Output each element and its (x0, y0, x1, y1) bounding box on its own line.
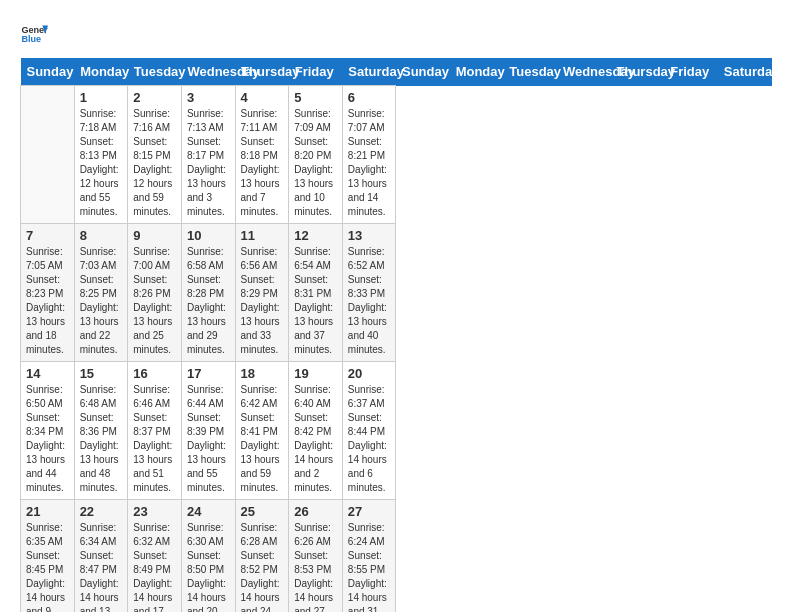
day-number: 16 (133, 366, 176, 381)
calendar-cell: 9Sunrise: 7:00 AM Sunset: 8:26 PM Daylig… (128, 224, 182, 362)
calendar-cell: 1Sunrise: 7:18 AM Sunset: 8:13 PM Daylig… (74, 86, 128, 224)
day-info: Sunrise: 7:18 AM Sunset: 8:13 PM Dayligh… (80, 107, 123, 219)
calendar-cell: 10Sunrise: 6:58 AM Sunset: 8:28 PM Dayli… (181, 224, 235, 362)
day-number: 23 (133, 504, 176, 519)
logo-icon: General Blue (20, 20, 48, 48)
day-info: Sunrise: 7:09 AM Sunset: 8:20 PM Dayligh… (294, 107, 337, 219)
day-info: Sunrise: 7:07 AM Sunset: 8:21 PM Dayligh… (348, 107, 391, 219)
week-row-2: 7Sunrise: 7:05 AM Sunset: 8:23 PM Daylig… (21, 224, 772, 362)
day-number: 19 (294, 366, 337, 381)
calendar-cell: 26Sunrise: 6:26 AM Sunset: 8:53 PM Dayli… (289, 500, 343, 613)
calendar-cell: 14Sunrise: 6:50 AM Sunset: 8:34 PM Dayli… (21, 362, 75, 500)
day-info: Sunrise: 6:42 AM Sunset: 8:41 PM Dayligh… (241, 383, 284, 495)
day-number: 26 (294, 504, 337, 519)
day-number: 27 (348, 504, 391, 519)
day-number: 7 (26, 228, 69, 243)
page-header: General Blue (20, 20, 772, 48)
calendar-cell: 16Sunrise: 6:46 AM Sunset: 8:37 PM Dayli… (128, 362, 182, 500)
svg-text:Blue: Blue (21, 34, 41, 44)
calendar-cell (21, 86, 75, 224)
calendar-cell: 21Sunrise: 6:35 AM Sunset: 8:45 PM Dayli… (21, 500, 75, 613)
calendar-cell: 2Sunrise: 7:16 AM Sunset: 8:15 PM Daylig… (128, 86, 182, 224)
day-number: 10 (187, 228, 230, 243)
week-row-3: 14Sunrise: 6:50 AM Sunset: 8:34 PM Dayli… (21, 362, 772, 500)
col-header-wednesday: Wednesday (557, 58, 611, 86)
col-header-saturday: Saturday (718, 58, 772, 86)
day-info: Sunrise: 6:34 AM Sunset: 8:47 PM Dayligh… (80, 521, 123, 612)
day-number: 17 (187, 366, 230, 381)
col-header-tuesday: Tuesday (503, 58, 557, 86)
calendar-cell: 19Sunrise: 6:40 AM Sunset: 8:42 PM Dayli… (289, 362, 343, 500)
calendar-cell: 15Sunrise: 6:48 AM Sunset: 8:36 PM Dayli… (74, 362, 128, 500)
calendar-cell: 23Sunrise: 6:32 AM Sunset: 8:49 PM Dayli… (128, 500, 182, 613)
day-number: 20 (348, 366, 391, 381)
calendar-cell: 27Sunrise: 6:24 AM Sunset: 8:55 PM Dayli… (342, 500, 396, 613)
calendar-cell: 4Sunrise: 7:11 AM Sunset: 8:18 PM Daylig… (235, 86, 289, 224)
day-number: 21 (26, 504, 69, 519)
day-info: Sunrise: 7:11 AM Sunset: 8:18 PM Dayligh… (241, 107, 284, 219)
logo: General Blue (20, 20, 52, 48)
day-number: 12 (294, 228, 337, 243)
header-monday: Monday (74, 58, 128, 86)
day-number: 6 (348, 90, 391, 105)
day-info: Sunrise: 6:32 AM Sunset: 8:49 PM Dayligh… (133, 521, 176, 612)
calendar-table: SundayMondayTuesdayWednesdayThursdayFrid… (20, 58, 772, 612)
day-info: Sunrise: 6:56 AM Sunset: 8:29 PM Dayligh… (241, 245, 284, 357)
header-wednesday: Wednesday (181, 58, 235, 86)
header-tuesday: Tuesday (128, 58, 182, 86)
day-number: 13 (348, 228, 391, 243)
day-number: 5 (294, 90, 337, 105)
day-info: Sunrise: 6:26 AM Sunset: 8:53 PM Dayligh… (294, 521, 337, 612)
day-number: 4 (241, 90, 284, 105)
day-info: Sunrise: 6:50 AM Sunset: 8:34 PM Dayligh… (26, 383, 69, 495)
calendar-cell: 24Sunrise: 6:30 AM Sunset: 8:50 PM Dayli… (181, 500, 235, 613)
day-info: Sunrise: 6:28 AM Sunset: 8:52 PM Dayligh… (241, 521, 284, 612)
day-number: 15 (80, 366, 123, 381)
calendar-cell: 11Sunrise: 6:56 AM Sunset: 8:29 PM Dayli… (235, 224, 289, 362)
header-row: SundayMondayTuesdayWednesdayThursdayFrid… (21, 58, 772, 86)
calendar-cell: 12Sunrise: 6:54 AM Sunset: 8:31 PM Dayli… (289, 224, 343, 362)
day-info: Sunrise: 6:48 AM Sunset: 8:36 PM Dayligh… (80, 383, 123, 495)
day-info: Sunrise: 6:52 AM Sunset: 8:33 PM Dayligh… (348, 245, 391, 357)
col-header-sunday: Sunday (396, 58, 450, 86)
col-header-friday: Friday (664, 58, 718, 86)
day-number: 9 (133, 228, 176, 243)
day-info: Sunrise: 7:13 AM Sunset: 8:17 PM Dayligh… (187, 107, 230, 219)
day-info: Sunrise: 6:37 AM Sunset: 8:44 PM Dayligh… (348, 383, 391, 495)
day-number: 22 (80, 504, 123, 519)
col-header-thursday: Thursday (611, 58, 665, 86)
header-friday: Friday (289, 58, 343, 86)
day-number: 2 (133, 90, 176, 105)
day-info: Sunrise: 7:00 AM Sunset: 8:26 PM Dayligh… (133, 245, 176, 357)
col-header-monday: Monday (450, 58, 504, 86)
calendar-cell: 7Sunrise: 7:05 AM Sunset: 8:23 PM Daylig… (21, 224, 75, 362)
header-saturday: Saturday (342, 58, 396, 86)
week-row-4: 21Sunrise: 6:35 AM Sunset: 8:45 PM Dayli… (21, 500, 772, 613)
day-info: Sunrise: 6:30 AM Sunset: 8:50 PM Dayligh… (187, 521, 230, 612)
day-info: Sunrise: 6:44 AM Sunset: 8:39 PM Dayligh… (187, 383, 230, 495)
day-number: 25 (241, 504, 284, 519)
day-info: Sunrise: 6:46 AM Sunset: 8:37 PM Dayligh… (133, 383, 176, 495)
day-number: 8 (80, 228, 123, 243)
day-number: 11 (241, 228, 284, 243)
calendar-cell: 25Sunrise: 6:28 AM Sunset: 8:52 PM Dayli… (235, 500, 289, 613)
day-info: Sunrise: 6:40 AM Sunset: 8:42 PM Dayligh… (294, 383, 337, 495)
calendar-cell: 3Sunrise: 7:13 AM Sunset: 8:17 PM Daylig… (181, 86, 235, 224)
day-info: Sunrise: 7:16 AM Sunset: 8:15 PM Dayligh… (133, 107, 176, 219)
calendar-cell: 17Sunrise: 6:44 AM Sunset: 8:39 PM Dayli… (181, 362, 235, 500)
day-info: Sunrise: 7:05 AM Sunset: 8:23 PM Dayligh… (26, 245, 69, 357)
day-number: 1 (80, 90, 123, 105)
header-sunday: Sunday (21, 58, 75, 86)
header-thursday: Thursday (235, 58, 289, 86)
day-info: Sunrise: 6:54 AM Sunset: 8:31 PM Dayligh… (294, 245, 337, 357)
day-number: 18 (241, 366, 284, 381)
day-number: 24 (187, 504, 230, 519)
calendar-cell: 5Sunrise: 7:09 AM Sunset: 8:20 PM Daylig… (289, 86, 343, 224)
day-info: Sunrise: 6:58 AM Sunset: 8:28 PM Dayligh… (187, 245, 230, 357)
calendar-cell: 8Sunrise: 7:03 AM Sunset: 8:25 PM Daylig… (74, 224, 128, 362)
day-info: Sunrise: 6:35 AM Sunset: 8:45 PM Dayligh… (26, 521, 69, 612)
day-info: Sunrise: 6:24 AM Sunset: 8:55 PM Dayligh… (348, 521, 391, 612)
calendar-cell: 20Sunrise: 6:37 AM Sunset: 8:44 PM Dayli… (342, 362, 396, 500)
day-number: 14 (26, 366, 69, 381)
day-info: Sunrise: 7:03 AM Sunset: 8:25 PM Dayligh… (80, 245, 123, 357)
